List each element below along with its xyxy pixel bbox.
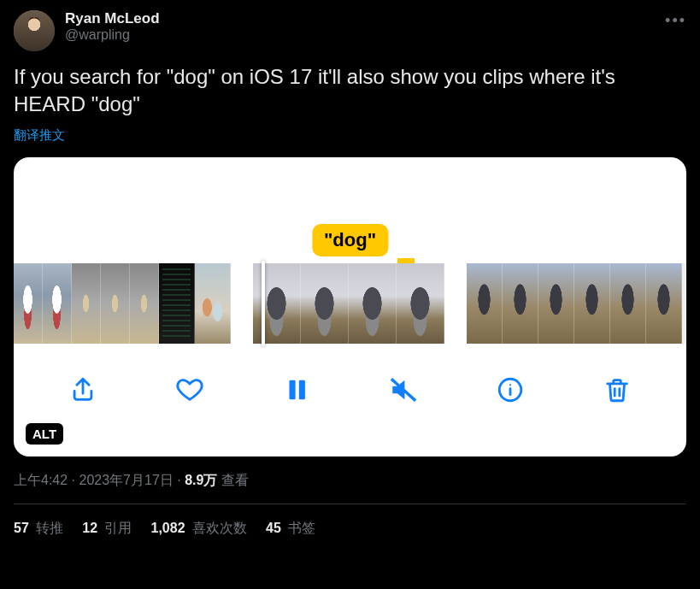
timeline-frame bbox=[538, 263, 574, 344]
more-icon[interactable]: ••• bbox=[665, 12, 686, 30]
timeline-frame bbox=[14, 263, 43, 344]
bookmarks-stat[interactable]: 45 书签 bbox=[266, 520, 315, 538]
timeline-gap bbox=[444, 263, 467, 344]
timeline-frame bbox=[467, 263, 503, 344]
pause-icon bbox=[282, 375, 311, 404]
tweet-header: Ryan McLeod @warpling ••• bbox=[14, 10, 686, 51]
timeline-frame bbox=[646, 263, 682, 344]
trash-icon bbox=[603, 375, 632, 404]
stats-row: 57 转推 12 引用 1,082 喜欢次数 45 书签 bbox=[14, 504, 686, 538]
translate-link[interactable]: 翻译推文 bbox=[14, 127, 65, 144]
alt-badge[interactable]: ALT bbox=[26, 423, 63, 445]
media-card[interactable]: "dog" bbox=[14, 157, 686, 456]
tweet-date[interactable]: 2023年7月17日 bbox=[79, 473, 173, 487]
timeline-frame bbox=[503, 263, 538, 344]
info-icon bbox=[496, 375, 525, 404]
svg-point-5 bbox=[509, 384, 511, 386]
tweet-meta: 上午4:42 · 2023年7月17日 · 8.9万 查看 bbox=[14, 472, 686, 490]
timeline-frame bbox=[574, 263, 610, 344]
svg-rect-0 bbox=[289, 380, 295, 399]
clip-group-2[interactable] bbox=[253, 263, 444, 344]
timeline-frame bbox=[159, 263, 195, 344]
timeline-frame bbox=[397, 263, 444, 344]
caption-bubble: "dog" bbox=[312, 224, 388, 256]
tweet-time[interactable]: 上午4:42 bbox=[14, 473, 68, 487]
share-button[interactable] bbox=[64, 371, 102, 409]
author-display-name: Ryan McLeod bbox=[65, 10, 655, 27]
video-timeline[interactable] bbox=[14, 263, 686, 344]
retweets-stat[interactable]: 57 转推 bbox=[14, 520, 63, 538]
mute-button[interactable] bbox=[385, 371, 422, 409]
heart-icon bbox=[175, 375, 204, 404]
timeline-frame bbox=[253, 263, 301, 344]
timeline-frame bbox=[195, 263, 231, 344]
timeline-frame bbox=[72, 263, 101, 344]
clip-group-3[interactable] bbox=[467, 263, 682, 344]
clip-group-1[interactable] bbox=[14, 263, 231, 344]
quotes-stat[interactable]: 12 引用 bbox=[82, 520, 132, 538]
mute-icon bbox=[389, 375, 418, 404]
svg-rect-1 bbox=[299, 380, 305, 399]
like-button[interactable] bbox=[171, 371, 209, 409]
timeline-frame bbox=[610, 263, 646, 344]
author-handle: @warpling bbox=[65, 27, 655, 43]
timeline-frame bbox=[130, 263, 159, 344]
views-count: 8.9万 bbox=[185, 473, 217, 487]
share-icon bbox=[68, 375, 97, 404]
info-button[interactable] bbox=[491, 371, 529, 409]
likes-stat[interactable]: 1,082 喜欢次数 bbox=[151, 520, 248, 538]
timeline-frame bbox=[101, 263, 130, 344]
avatar[interactable] bbox=[14, 10, 55, 51]
tweet-text: If you search for "dog" on iOS 17 it'll … bbox=[14, 63, 686, 119]
pause-button[interactable] bbox=[278, 371, 315, 409]
timeline-frame bbox=[349, 263, 397, 344]
media-toolbar bbox=[14, 344, 686, 436]
caption-area: "dog" bbox=[14, 157, 686, 263]
timeline-frame bbox=[43, 263, 72, 344]
user-block[interactable]: Ryan McLeod @warpling bbox=[65, 10, 655, 43]
delete-button[interactable] bbox=[598, 371, 636, 409]
timeline-frame bbox=[301, 263, 349, 344]
views-label: 查看 bbox=[217, 473, 248, 487]
timeline-gap bbox=[231, 263, 253, 344]
tweet-container: Ryan McLeod @warpling ••• If you search … bbox=[0, 0, 700, 548]
